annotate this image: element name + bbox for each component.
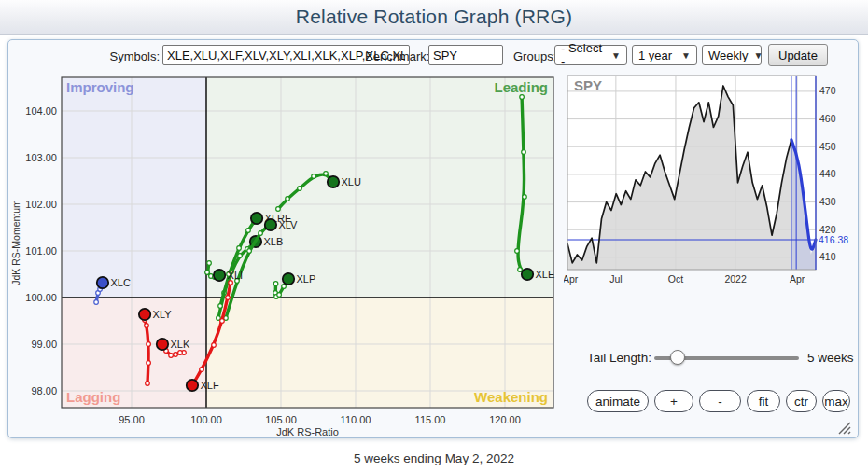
svg-text:105.00: 105.00 (265, 414, 297, 425)
rrg-panel: Symbols: Benchmark: Groups: - Select - ▼… (7, 39, 859, 438)
svg-text:JdK RS-Ratio: JdK RS-Ratio (276, 426, 339, 437)
svg-text:103.00: 103.00 (25, 152, 57, 163)
svg-text:100.00: 100.00 (25, 292, 57, 303)
zoom-out-button[interactable]: - (699, 390, 741, 412)
svg-text:XLP: XLP (297, 273, 316, 285)
svg-text:98.00: 98.00 (31, 385, 57, 396)
chevron-down-icon: ▼ (611, 50, 621, 61)
resize-handle[interactable] (835, 419, 852, 436)
benchmark-input[interactable] (428, 45, 503, 65)
frequency-select[interactable]: Weekly ▼ (702, 45, 762, 65)
svg-text:99.00: 99.00 (31, 339, 57, 350)
svg-text:470: 470 (819, 85, 836, 96)
date-range-caption: 5 weeks ending May 2, 2022 (0, 451, 868, 465)
svg-text:Apr: Apr (564, 273, 579, 285)
svg-text:450: 450 (819, 141, 836, 152)
svg-text:XLE: XLE (536, 269, 555, 280)
groups-select[interactable]: - Select - ▼ (554, 45, 627, 65)
groups-label: Groups: (513, 49, 554, 63)
svg-text:440: 440 (819, 168, 836, 179)
chevron-down-icon: ▼ (753, 50, 763, 61)
svg-text:JdK RS-Momentum: JdK RS-Momentum (10, 200, 21, 285)
svg-text:XLF: XLF (200, 380, 218, 391)
rrg-app: Relative Rotation Graph (RRG) Symbols: B… (0, 0, 868, 472)
svg-text:XLU: XLU (342, 176, 361, 187)
period-select-value: 1 year (638, 49, 672, 62)
tail-length-label: Tail Length: (587, 351, 651, 365)
svg-text:Leading: Leading (494, 79, 548, 95)
svg-text:XLC: XLC (110, 277, 130, 288)
page-title: Relative Rotation Graph (RRG) (296, 6, 572, 28)
svg-text:460: 460 (819, 113, 836, 124)
svg-text:416.38: 416.38 (819, 234, 848, 245)
period-select[interactable]: 1 year ▼ (632, 45, 697, 65)
svg-text:430: 430 (819, 196, 836, 207)
tail-length-row: Tail Length: 5 weeks (580, 348, 856, 368)
zoom-in-button[interactable]: + (654, 390, 693, 412)
svg-text:110.00: 110.00 (341, 414, 371, 425)
symbols-label: Symbols: (102, 49, 160, 63)
svg-text:XLK: XLK (170, 339, 189, 350)
update-button[interactable]: Update (768, 44, 828, 66)
svg-text:Weakening: Weakening (474, 389, 548, 405)
chart-buttons-row: animate+-fitctrmax (587, 390, 850, 412)
groups-select-value: - Select - (561, 41, 606, 69)
tail-length-value: 5 weeks (807, 351, 854, 365)
svg-text:410: 410 (819, 251, 836, 262)
svg-text:101.00: 101.00 (25, 245, 57, 257)
svg-text:Jul: Jul (609, 273, 622, 285)
svg-text:XLB: XLB (263, 236, 283, 247)
tail-length-slider-thumb[interactable] (670, 350, 685, 365)
max-button[interactable]: max (822, 390, 850, 412)
svg-text:SPY: SPY (574, 77, 602, 93)
svg-text:Improving: Improving (66, 79, 134, 95)
svg-text:102.00: 102.00 (25, 199, 57, 210)
svg-text:Apr: Apr (790, 273, 805, 285)
svg-text:115.00: 115.00 (415, 414, 446, 425)
svg-text:95.00: 95.00 (119, 414, 145, 425)
benchmark-label: Benchmark: (365, 49, 427, 63)
rrg-chart[interactable]: ImprovingLeadingLaggingWeakening95.00100… (8, 68, 572, 439)
svg-text:100.00: 100.00 (190, 414, 222, 425)
svg-text:XLY: XLY (153, 309, 173, 320)
app-header: Relative Rotation Graph (RRG) (0, 0, 868, 35)
svg-text:Lagging: Lagging (66, 389, 120, 405)
ctr-button[interactable]: ctr (786, 390, 817, 412)
frequency-select-value: Weekly (708, 49, 748, 62)
svg-text:2022: 2022 (724, 273, 747, 285)
fit-button[interactable]: fit (747, 390, 780, 412)
svg-text:104.00: 104.00 (25, 105, 57, 117)
animate-button[interactable]: animate (587, 390, 649, 412)
benchmark-mini-chart[interactable]: 410420430440450460470416.38AprJulOct2022… (564, 71, 859, 297)
svg-text:XLI: XLI (228, 270, 244, 281)
svg-text:120.00: 120.00 (489, 414, 521, 425)
svg-text:XLV: XLV (278, 219, 298, 230)
svg-text:Oct: Oct (668, 273, 683, 285)
chevron-down-icon: ▼ (681, 50, 691, 61)
